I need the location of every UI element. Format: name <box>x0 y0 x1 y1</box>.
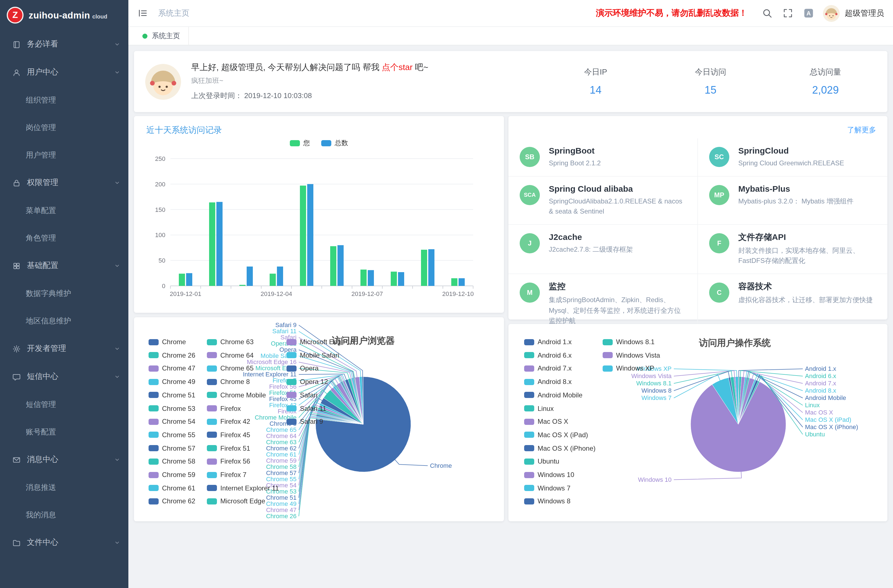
legend-chip <box>524 392 534 398</box>
sidebar-subitem-sms-manage[interactable]: 短信管理 <box>0 391 128 418</box>
sidebar-subitem-dict-maintain[interactable]: 数据字典维护 <box>0 280 128 307</box>
pie-legend-item-28[interactable]: Opera <box>286 365 319 373</box>
sidebar-item-user-center[interactable]: 用户中心 <box>0 58 128 86</box>
sidebar-item-sms-center[interactable]: 短信中心 <box>0 362 128 391</box>
pie-legend-item-5[interactable]: Linux <box>524 405 553 412</box>
pie-legend-item-8[interactable]: Chrome 57 <box>149 444 195 452</box>
project-item-springboot[interactable]: SB SpringBoot Spring Boot 2.1.2 <box>508 138 698 176</box>
pie-legend-item-15[interactable]: Windows XP <box>603 365 654 373</box>
legend-chip <box>290 140 300 146</box>
pie-legend-item-21[interactable]: Firefox 51 <box>207 444 250 452</box>
project-item-spring-cloud-alibaba[interactable]: SCA Spring Cloud alibaba SpringCloudAlib… <box>508 176 698 224</box>
pie-legend-item-27[interactable]: Mobile Safari <box>286 351 339 359</box>
bar-series0-day1 <box>179 274 185 286</box>
pie-legend-item-20[interactable]: Firefox 45 <box>207 431 250 439</box>
sidebar-item-file-center[interactable]: 文件中心 <box>0 529 128 556</box>
search-button[interactable] <box>762 8 773 18</box>
pie-legend-item-12[interactable]: Chrome 62 <box>149 498 195 505</box>
star-link[interactable]: 点个star <box>382 62 413 72</box>
pie-legend-item-9[interactable]: Chrome 58 <box>149 458 195 466</box>
fullscreen-button[interactable] <box>783 8 793 18</box>
pie-legend-item-13[interactable]: Windows 8.1 <box>603 338 654 346</box>
pie-legend-item-19[interactable]: Firefox 42 <box>207 418 250 426</box>
pie-legend-item-17[interactable]: Chrome Mobile <box>207 391 266 399</box>
pie-legend-item-24[interactable]: Internet Explorer 11 <box>207 484 279 492</box>
pie-legend-item-23[interactable]: Firefox 7 <box>207 471 247 479</box>
pie-legend-item-7[interactable]: Mac OS X (iPad) <box>524 431 588 439</box>
pie-legend-item-8[interactable]: Mac OS X (iPhone) <box>524 444 595 452</box>
project-item-mybatis-plus[interactable]: MP Mybatis-Plus Mybatis-plus 3.2.0： Myba… <box>698 176 887 224</box>
pie-legend-item-9[interactable]: Ubuntu <box>524 458 559 466</box>
pie-legend-item-14[interactable]: Chrome 64 <box>207 351 254 359</box>
visits-bar-chart: 0501001502002502019-12-012019-12-042019-… <box>138 147 497 305</box>
user-avatar[interactable] <box>823 5 840 22</box>
pie-legend-item-1[interactable]: Chrome 26 <box>149 351 195 359</box>
legend-chip <box>207 379 217 385</box>
project-body: Spring Cloud alibaba SpringCloudAlibaba2… <box>549 183 686 217</box>
pie-legend-item-7[interactable]: Chrome 55 <box>149 431 195 439</box>
pie-legend-item-0[interactable]: Chrome <box>149 338 186 346</box>
sidebar-item-label: 短信中心 <box>27 371 114 382</box>
project-item-file-storage-api[interactable]: F 文件存储API 封装文件接口，实现本地存储、阿里云、FastDFS存储的配置… <box>698 225 887 274</box>
pie-legend-item-16[interactable]: Chrome 8 <box>207 378 250 386</box>
pie-legend-item-14[interactable]: Windows Vista <box>603 351 660 359</box>
sidebar-item-must-read[interactable]: 务必详看 <box>0 30 128 58</box>
pie-legend-item-29[interactable]: Opera 12 <box>286 378 328 386</box>
sidebar-subitem-post-manage[interactable]: 岗位管理 <box>0 114 128 141</box>
bar-legend-item-0[interactable]: 您 <box>290 138 310 148</box>
pie-legend-item-3[interactable]: Android 8.x <box>524 378 571 386</box>
pie-legend-item-13[interactable]: Chrome 63 <box>207 338 254 346</box>
legend-chip <box>207 405 217 411</box>
breadcrumb[interactable]: 系统主页 <box>158 8 189 18</box>
sidebar-subitem-menu-config[interactable]: 菜单配置 <box>0 197 128 224</box>
pie-legend-item-4[interactable]: Chrome 51 <box>149 391 195 399</box>
pie-legend-item-4[interactable]: Android Mobile <box>524 391 582 399</box>
sidebar-item-base-config[interactable]: 基础配置 <box>0 252 128 280</box>
pie-legend-item-11[interactable]: Chrome 61 <box>149 484 195 492</box>
pie-legend-item-6[interactable]: Chrome 54 <box>149 418 195 426</box>
sidebar-item-developer-manage[interactable]: 开发者管理 <box>0 335 128 362</box>
sidebar-subitem-region-maintain[interactable]: 地区信息维护 <box>0 307 128 335</box>
pie-legend-item-11[interactable]: Windows 7 <box>524 484 570 492</box>
pie-legend-item-10[interactable]: Chrome 59 <box>149 471 195 479</box>
collapse-sidebar-button[interactable] <box>137 8 148 18</box>
pie-legend-item-32[interactable]: Safari 9 <box>286 418 323 426</box>
legend-chip <box>149 485 159 491</box>
sidebar-subitem-user-manage[interactable]: 用户管理 <box>0 141 128 169</box>
pie-legend-item-18[interactable]: Firefox <box>207 405 241 412</box>
project-item-springcloud[interactable]: SC SpringCloud Spring Cloud Greenwich.RE… <box>698 138 887 176</box>
app-logo[interactable]: Z zuihou-admin cloud <box>0 0 128 30</box>
tab-0[interactable]: 系统主页 <box>134 27 189 45</box>
pie-legend-item-2[interactable]: Chrome 47 <box>149 365 195 373</box>
pie-legend-item-10[interactable]: Windows 10 <box>524 471 574 479</box>
legend-chip <box>149 472 159 478</box>
pie-legend-item-22[interactable]: Firefox 56 <box>207 458 250 466</box>
username[interactable]: 超级管理员 <box>845 8 884 18</box>
pie-legend-item-31[interactable]: Safari 11 <box>286 405 326 412</box>
pie-legend-item-15[interactable]: Chrome 65 <box>207 365 254 373</box>
sidebar-subitem-org-manage[interactable]: 组织管理 <box>0 86 128 114</box>
pie-legend-item-6[interactable]: Mac OS X <box>524 418 568 426</box>
y-tick-label: 50 <box>159 257 165 264</box>
font-size-button[interactable]: A <box>803 8 814 18</box>
sidebar-subitem-role-manage[interactable]: 角色管理 <box>0 224 128 252</box>
project-title: 监控 <box>549 281 686 292</box>
sidebar-item-permission-manage[interactable]: 权限管理 <box>0 169 128 197</box>
sidebar-subitem-my-message[interactable]: 我的消息 <box>0 501 128 529</box>
pie-legend-item-30[interactable]: Safari <box>286 391 317 399</box>
legend-chip <box>149 498 159 504</box>
sidebar-item-message-center[interactable]: 消息中心 <box>0 446 128 474</box>
sidebar-subitem-msg-push[interactable]: 消息推送 <box>0 474 128 501</box>
learn-more-link[interactable]: 了解更多 <box>847 125 876 135</box>
project-item-j2cache[interactable]: J J2cache J2cache2.7.8: 二级缓存框架 <box>508 225 698 274</box>
sidebar-item-label: 开发者管理 <box>27 344 114 354</box>
pie-legend-item-12[interactable]: Windows 8 <box>524 498 570 505</box>
pie-legend-item-0[interactable]: Android 1.x <box>524 338 571 346</box>
bar-legend-item-1[interactable]: 总数 <box>321 138 348 148</box>
pie-legend-item-3[interactable]: Chrome 49 <box>149 378 195 386</box>
sidebar-subitem-account-config[interactable]: 账号配置 <box>0 418 128 446</box>
pie-legend-item-1[interactable]: Android 6.x <box>524 351 571 359</box>
pie-legend-item-5[interactable]: Chrome 53 <box>149 405 195 412</box>
pie-legend-item-2[interactable]: Android 7.x <box>524 365 571 373</box>
pie-legend-item-25[interactable]: Microsoft Edge <box>207 498 265 505</box>
